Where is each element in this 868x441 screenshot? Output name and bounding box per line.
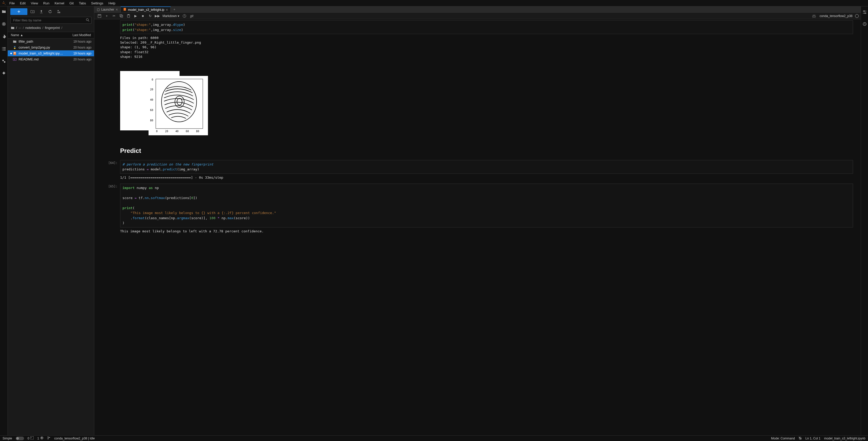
- svg-rect-5: [3, 47, 6, 48]
- svg-text:60: 60: [186, 130, 189, 133]
- new-folder-icon[interactable]: [29, 8, 36, 15]
- notebook-icon: [123, 8, 126, 11]
- file-path-status: model_train_s3_leftright.ipynb: [824, 437, 865, 440]
- cursor-position: Ln 1, Col 1: [805, 437, 820, 440]
- file-row[interactable]: model_train_s3_leftright.ipy… 19 hours a…: [8, 50, 94, 56]
- cut-icon[interactable]: ✂: [111, 13, 117, 19]
- breadcrumb-seg[interactable]: notebooks: [25, 26, 41, 30]
- add-cell-icon[interactable]: +: [103, 13, 110, 19]
- close-icon[interactable]: ×: [166, 8, 168, 12]
- save-icon[interactable]: [96, 13, 102, 19]
- cell-output: This image most likely belongs to left w…: [120, 227, 853, 235]
- copy-icon[interactable]: [118, 13, 124, 19]
- menu-file[interactable]: File: [7, 1, 17, 6]
- svg-point-11: [4, 61, 5, 63]
- menu-run[interactable]: Run: [40, 1, 52, 6]
- svg-rect-28: [128, 14, 129, 15]
- kernel-status[interactable]: conda_tensorflow2_p38 | Idle: [54, 437, 95, 440]
- git-toolbar-icon[interactable]: git: [189, 13, 195, 19]
- menu-edit[interactable]: Edit: [17, 1, 28, 6]
- cell-output: 1/1 [==============================] - 0…: [120, 174, 853, 182]
- code-cell[interactable]: import numpy as np score = tf.nn.softmax…: [120, 184, 853, 227]
- svg-point-0: [3, 1, 4, 2]
- name-column-header[interactable]: Name ▲: [11, 33, 23, 37]
- svg-point-46: [864, 10, 865, 11]
- kernels-count[interactable]: 1: [37, 437, 39, 440]
- breadcrumb-seg[interactable]: ···: [19, 26, 22, 30]
- jupyter-logo[interactable]: [1, 0, 7, 6]
- svg-point-51: [41, 437, 42, 438]
- menu-tabs[interactable]: Tabs: [76, 1, 88, 6]
- breadcrumb-seg[interactable]: /: [16, 26, 17, 30]
- activity-folder-icon[interactable]: [0, 8, 7, 15]
- property-inspector-icon[interactable]: [861, 8, 868, 16]
- file-row[interactable]: M README.md 20 hours ago: [8, 56, 94, 62]
- svg-point-1: [5, 4, 5, 5]
- file-name: README.md: [19, 57, 73, 61]
- launcher-icon: ▢: [97, 8, 100, 11]
- run-icon[interactable]: ▶: [132, 13, 139, 19]
- svg-text:40: 40: [176, 130, 179, 133]
- refresh-icon[interactable]: [46, 8, 54, 15]
- menu-kernel[interactable]: Kernel: [52, 1, 67, 6]
- python-icon: [13, 46, 17, 49]
- tab-notebook[interactable]: model_train_s3_leftright.ip ×: [121, 6, 171, 12]
- code-cell[interactable]: # perform a prediction on the new finger…: [120, 160, 853, 174]
- filter-files-input[interactable]: [10, 17, 91, 24]
- bug-icon[interactable]: [811, 13, 817, 19]
- terminal-icon: [30, 436, 34, 440]
- activity-extensions-icon[interactable]: [0, 70, 7, 77]
- right-activity-bar: [861, 6, 868, 435]
- restart-icon[interactable]: ↻: [147, 13, 153, 19]
- tab-label: model_train_s3_leftright.ip: [128, 8, 164, 11]
- close-icon[interactable]: ×: [116, 7, 118, 11]
- kernel-name[interactable]: conda_tensorflow2_p38: [820, 14, 852, 18]
- menu-help[interactable]: Help: [106, 1, 118, 6]
- cell-type-dropdown[interactable]: Markdown ▾: [161, 14, 180, 18]
- stop-icon[interactable]: ■: [140, 13, 146, 19]
- add-tab-button[interactable]: +: [171, 7, 178, 11]
- git-pull-icon[interactable]: [55, 8, 63, 15]
- breadcrumb-sep: /: [42, 26, 43, 30]
- notebook-content[interactable]: print("shape:",img_array.dtype) print("s…: [94, 19, 861, 435]
- file-row[interactable]: tflite_path 19 hours ago: [8, 38, 94, 44]
- menu-settings[interactable]: Settings: [89, 1, 106, 6]
- breadcrumb[interactable]: / ··· / notebooks / fingerprint /: [8, 24, 94, 32]
- upload-icon[interactable]: [38, 8, 45, 15]
- tab-launcher[interactable]: ▢ Launcher ×: [94, 6, 121, 12]
- paste-icon[interactable]: [125, 13, 131, 19]
- svg-point-10: [2, 60, 4, 61]
- code-cell[interactable]: print("shape:",img_array.dtype) print("s…: [120, 21, 853, 34]
- kernel-status-icon[interactable]: [855, 14, 859, 18]
- restart-run-icon[interactable]: ▶▶: [154, 13, 160, 19]
- activity-toc-icon[interactable]: [0, 45, 7, 53]
- menu-view[interactable]: View: [28, 1, 40, 6]
- new-launcher-button[interactable]: [10, 8, 27, 15]
- modified-column-header[interactable]: Last Modified: [72, 33, 91, 37]
- file-row[interactable]: convert_bmp2png.py 20 hours ago: [8, 44, 94, 50]
- svg-rect-22: [124, 8, 126, 11]
- statusbar: Simple 0 1 conda_tensorflow2_p38 | Idle …: [0, 435, 868, 441]
- svg-rect-19: [14, 53, 16, 54]
- activity-git-icon[interactable]: [0, 33, 7, 40]
- git-branch-icon[interactable]: [47, 436, 51, 440]
- svg-text:M: M: [14, 58, 16, 60]
- activity-running-icon[interactable]: [0, 21, 7, 28]
- terminals-count[interactable]: 0: [28, 437, 29, 440]
- fingerprint-plot: 0 20 40 60 80 0 20 40 60 80: [120, 71, 180, 130]
- activity-settings-icon[interactable]: [0, 58, 7, 65]
- breadcrumb-seg[interactable]: fingerprint: [45, 26, 60, 30]
- cell-prompt: [102, 21, 120, 22]
- dirty-indicator: [10, 53, 12, 54]
- notebook-toolbar: + ✂ ▶ ■ ↻ ▶▶ Markdown ▾ git conda_tensor…: [94, 13, 861, 19]
- debugger-icon[interactable]: [861, 21, 868, 28]
- markdown-heading[interactable]: Predict: [120, 144, 853, 158]
- notification-icon[interactable]: [799, 436, 802, 440]
- simple-mode-toggle[interactable]: [16, 437, 24, 440]
- menu-git[interactable]: Git: [67, 1, 76, 6]
- markdown-icon: M: [13, 58, 17, 61]
- file-name: tflite_path: [19, 39, 73, 43]
- tabs-row: ▢ Launcher × model_train_s3_leftright.ip…: [94, 6, 861, 13]
- clock-icon[interactable]: [181, 13, 188, 19]
- file-time: 20 hours ago: [73, 58, 91, 61]
